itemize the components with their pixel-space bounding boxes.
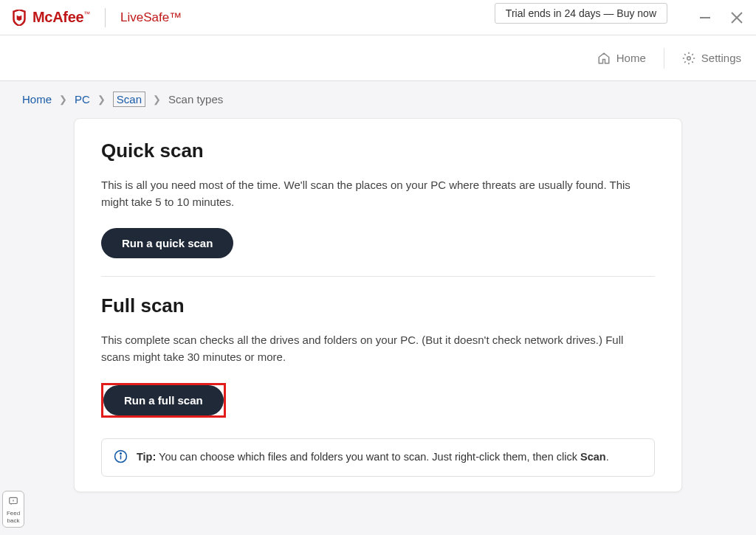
brand-divider [105,8,106,27]
breadcrumb-scan-types: Scan types [168,93,223,106]
title-bar: McAfee™ LiveSafe™ Trial ends in 24 days … [0,0,756,35]
tip-scan-word: Scan [580,451,606,463]
logo-area: McAfee™ LiveSafe™ [12,8,182,27]
window-controls [698,10,744,25]
breadcrumb-home[interactable]: Home [22,93,52,106]
feedback-label-1: Feed [6,511,21,517]
quick-scan-desc: This is all you need most of the time. W… [101,177,633,210]
nav-home[interactable]: Home [597,52,646,65]
minimize-icon[interactable] [698,11,712,24]
product-name: LiveSafe™ [120,10,182,25]
tip-body: You can choose which files and folders y… [156,451,580,463]
home-icon [597,52,611,65]
feedback-icon [8,496,18,506]
gear-icon [682,52,695,65]
mcafee-shield-icon [12,10,27,26]
nav-bar: Home Settings [0,35,756,81]
run-full-scan-button[interactable]: Run a full scan [103,385,224,415]
full-scan-highlight: Run a full scan [101,383,226,418]
nav-settings[interactable]: Settings [682,52,741,65]
tip-box: Tip: You can choose which files and fold… [101,438,655,477]
chevron-right-icon: ❯ [97,94,106,105]
tip-label: Tip: [137,451,156,463]
nav-settings-label: Settings [701,52,741,64]
section-divider [101,276,655,277]
nav-divider [664,48,664,69]
feedback-label-2: back [6,518,21,524]
breadcrumb: Home ❯ PC ❯ Scan ❯ Scan types [0,81,756,114]
feedback-tab[interactable]: Feed back [2,491,24,528]
breadcrumb-pc[interactable]: PC [75,93,90,106]
quick-scan-title: Quick scan [101,139,655,162]
chevron-right-icon: ❯ [59,94,67,105]
tip-period: . [606,451,609,463]
full-scan-title: Full scan [101,294,655,317]
info-icon [114,449,128,463]
brand-name: McAfee™ [32,9,90,26]
svg-point-6 [120,453,122,455]
content-card: Quick scan This is all you need most of … [74,118,682,492]
nav-home-label: Home [616,52,646,64]
close-icon[interactable] [729,10,744,25]
run-quick-scan-button[interactable]: Run a quick scan [101,228,233,258]
full-scan-desc: This complete scan checks all the drives… [101,332,633,365]
trial-badge[interactable]: Trial ends in 24 days — Buy now [495,3,667,24]
svg-point-3 [687,56,691,60]
breadcrumb-scan[interactable]: Scan [113,92,145,107]
tip-text: Tip: You can choose which files and fold… [137,449,609,466]
chevron-right-icon: ❯ [153,94,161,105]
